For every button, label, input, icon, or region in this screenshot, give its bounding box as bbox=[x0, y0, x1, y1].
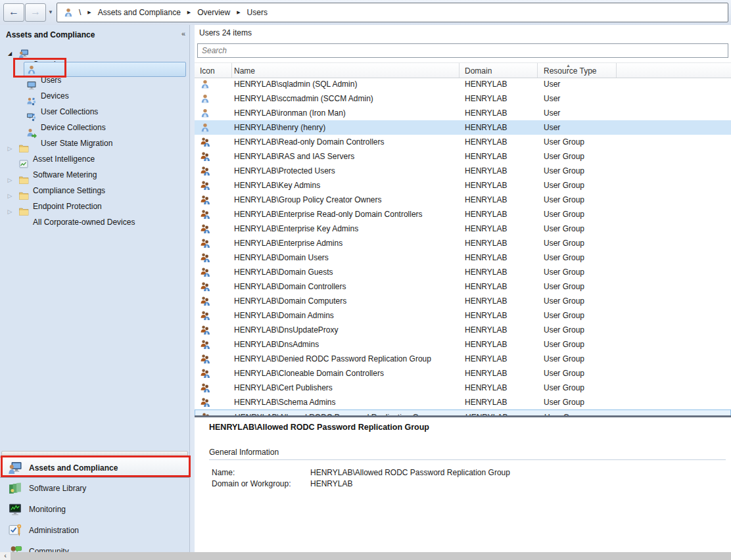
workspace-assets-and-compliance[interactable]: Assets and Compliance bbox=[0, 457, 189, 478]
table-row[interactable]: HENRYLAB\DnsAdminsHENRYLABUser Group bbox=[195, 337, 731, 352]
group-icon bbox=[200, 296, 210, 306]
horizontal-scrollbar[interactable]: ‹ bbox=[0, 552, 731, 560]
sidebar-item-software-metering[interactable]: Software Metering bbox=[0, 156, 189, 172]
tree-expander-icon[interactable]: ◢ bbox=[7, 46, 13, 62]
workspace-label: Assets and Compliance bbox=[29, 457, 118, 478]
cell-resource-type: User Group bbox=[544, 366, 584, 381]
table-row[interactable]: HENRYLAB\sccmadmin (SCCM Admin)HENRYLABU… bbox=[195, 91, 731, 106]
table-row[interactable]: HENRYLAB\ironman (Iron Man)HENRYLABUser bbox=[195, 106, 731, 120]
table-row[interactable]: HENRYLAB\RAS and IAS ServersHENRYLABUser… bbox=[195, 149, 731, 164]
table-row[interactable]: HENRYLAB\Read-only Domain ControllersHEN… bbox=[195, 135, 731, 149]
table-row[interactable]: HENRYLAB\Enterprise Key AdminsHENRYLABUs… bbox=[195, 222, 731, 236]
workspace-administration[interactable]: Administration bbox=[0, 520, 189, 541]
sidebar-item-compliance-settings[interactable]: ▷Compliance Settings bbox=[0, 172, 189, 188]
table-row[interactable]: HENRYLAB\DnsUpdateProxyHENRYLABUser Grou… bbox=[195, 323, 731, 337]
table-row[interactable]: HENRYLAB\sqladmin (SQL Admin)HENRYLABUse… bbox=[195, 77, 731, 91]
forward-button[interactable]: → bbox=[25, 3, 46, 22]
table-row[interactable]: HENRYLAB\Group Policy Creator OwnersHENR… bbox=[195, 193, 731, 207]
table-row[interactable]: HENRYLAB\Domain ControllersHENRYLABUser … bbox=[195, 279, 731, 294]
cell-name: HENRYLAB\Enterprise Read-only Domain Con… bbox=[234, 207, 423, 222]
breadcrumb-item-users[interactable]: Users bbox=[247, 8, 268, 17]
tree-expander-icon[interactable]: ▷ bbox=[7, 172, 13, 188]
table-row[interactable]: HENRYLAB\henry (henry)HENRYLABUser bbox=[195, 120, 731, 135]
cell-domain: HENRYLAB bbox=[465, 193, 507, 207]
column-separator[interactable] bbox=[459, 63, 460, 78]
table-row[interactable]: HENRYLAB\Allowed RODC Password Replicati… bbox=[195, 409, 731, 415]
users-list-pane: Users 24 items Icon Name Domain Resource… bbox=[195, 25, 731, 415]
table-row[interactable]: HENRYLAB\Denied RODC Password Replicatio… bbox=[195, 352, 731, 366]
table-row[interactable]: HENRYLAB\Cloneable Domain ControllersHEN… bbox=[195, 366, 731, 381]
tree-expander-icon[interactable]: ▷ bbox=[7, 188, 13, 204]
search-input[interactable] bbox=[197, 43, 728, 58]
column-separator[interactable] bbox=[616, 63, 617, 78]
cell-resource-type: User Group bbox=[544, 323, 584, 337]
sidebar-splitter-grip[interactable] bbox=[1, 451, 188, 456]
scrollbar-thumb[interactable] bbox=[11, 552, 731, 560]
cell-resource-type: User Group bbox=[544, 410, 585, 415]
column-header-name[interactable]: Name bbox=[234, 66, 255, 76]
workspace-monitoring[interactable]: Monitoring bbox=[0, 499, 189, 520]
sidebar-item-devices[interactable]: Devices bbox=[0, 78, 189, 93]
table-row[interactable]: HENRYLAB\Enterprise Read-only Domain Con… bbox=[195, 207, 731, 222]
sidebar-item-asset-intelligence[interactable]: ▷Asset Intelligence bbox=[0, 141, 189, 156]
cell-resource-type: User Group bbox=[544, 279, 584, 294]
table-row[interactable]: HENRYLAB\Domain ComputersHENRYLABUser Gr… bbox=[195, 294, 731, 308]
breadcrumb-separator-icon[interactable]: ▶ bbox=[237, 10, 240, 15]
table-row[interactable]: HENRYLAB\Schema AdminsHENRYLABUser Group bbox=[195, 395, 731, 409]
workspace-software-library[interactable]: Software Library bbox=[0, 478, 189, 499]
scroll-left-icon[interactable]: ‹ bbox=[0, 552, 11, 560]
breadcrumb-item-assets-and-compliance[interactable]: Assets and Compliance bbox=[98, 8, 181, 17]
sidebar-item-all-corporate-owned-devices[interactable]: ▷All Corporate-owned Devices bbox=[0, 204, 189, 220]
group-icon bbox=[200, 195, 210, 205]
collapse-sidebar-icon[interactable]: « bbox=[181, 30, 185, 37]
group-icon bbox=[200, 325, 210, 335]
cell-name: HENRYLAB\Domain Users bbox=[234, 250, 329, 265]
sidebar-item-device-collections[interactable]: Device Collections bbox=[0, 109, 189, 125]
cell-resource-type: User Group bbox=[544, 265, 584, 279]
cell-name: HENRYLAB\Domain Admins bbox=[234, 308, 334, 323]
details-field: Domain or Workgroup:HENRYLAB bbox=[195, 478, 731, 490]
table-row[interactable]: HENRYLAB\Enterprise AdminsHENRYLABUser G… bbox=[195, 236, 731, 250]
sidebar-item-user-state-migration[interactable]: User State Migration bbox=[0, 125, 189, 141]
column-header-domain[interactable]: Domain bbox=[465, 66, 492, 76]
table-row[interactable]: HENRYLAB\Cert PublishersHENRYLABUser Gro… bbox=[195, 381, 731, 395]
workspace-community[interactable]: Community bbox=[0, 541, 189, 552]
group-icon bbox=[200, 223, 210, 234]
table-row[interactable]: HENRYLAB\Key AdminsHENRYLABUser Group bbox=[195, 178, 731, 193]
field-label: Name: bbox=[212, 467, 235, 478]
sidebar-item-endpoint-protection[interactable]: ▷Endpoint Protection bbox=[0, 188, 189, 204]
cell-resource-type: User Group bbox=[544, 178, 584, 193]
breadcrumb-separator-icon[interactable]: ▶ bbox=[187, 10, 191, 15]
sidebar-item-users[interactable]: Users bbox=[0, 62, 189, 78]
table-row[interactable]: HENRYLAB\Protected UsersHENRYLABUser Gro… bbox=[195, 164, 731, 178]
table-row[interactable]: HENRYLAB\Domain GuestsHENRYLABUser Group bbox=[195, 265, 731, 279]
group-icon bbox=[200, 209, 210, 220]
cell-resource-type: User Group bbox=[544, 236, 584, 250]
column-separator[interactable] bbox=[231, 63, 232, 78]
tree-expander-icon[interactable]: ▷ bbox=[7, 141, 13, 156]
column-separator[interactable] bbox=[537, 63, 538, 78]
cell-resource-type: User Group bbox=[544, 381, 584, 395]
sort-ascending-icon: ▲ bbox=[566, 63, 571, 68]
breadcrumb-item-overview[interactable]: Overview bbox=[197, 8, 230, 17]
sidebar-item-label: All Corporate-owned Devices bbox=[33, 218, 135, 227]
cell-resource-type: User bbox=[544, 77, 560, 91]
cell-domain: HENRYLAB bbox=[465, 250, 507, 265]
breadcrumb: ▶Assets and Compliance▶Overview▶Users bbox=[81, 8, 268, 17]
column-header-icon[interactable]: Icon bbox=[200, 66, 215, 76]
column-header-row: Icon Name Domain Resource Type ▲ bbox=[195, 62, 731, 78]
breadcrumb-separator-icon[interactable]: ▶ bbox=[87, 10, 91, 15]
folder-icon bbox=[18, 175, 208, 185]
sidebar-item-user-collections[interactable]: User Collections bbox=[0, 93, 189, 109]
column-header-resource-type[interactable]: Resource Type bbox=[544, 66, 597, 76]
table-row[interactable]: HENRYLAB\Domain AdminsHENRYLABUser Group bbox=[195, 308, 731, 323]
sidebar-item-overview[interactable]: ◢Overview bbox=[0, 46, 189, 62]
tree-expander-icon[interactable]: ▷ bbox=[7, 204, 13, 220]
history-dropdown-icon[interactable]: ▼ bbox=[48, 9, 53, 15]
cell-name: HENRYLAB\Group Policy Creator Owners bbox=[234, 193, 382, 207]
cell-name: HENRYLAB\sccmadmin (SCCM Admin) bbox=[234, 91, 373, 106]
back-button[interactable]: ← bbox=[3, 3, 24, 22]
table-row[interactable]: HENRYLAB\Domain UsersHENRYLABUser Group bbox=[195, 250, 731, 265]
group-icon bbox=[200, 267, 210, 277]
navigation-toolbar: ← → ▼ \ ▶Assets and Compliance▶Overview▶… bbox=[0, 0, 731, 26]
